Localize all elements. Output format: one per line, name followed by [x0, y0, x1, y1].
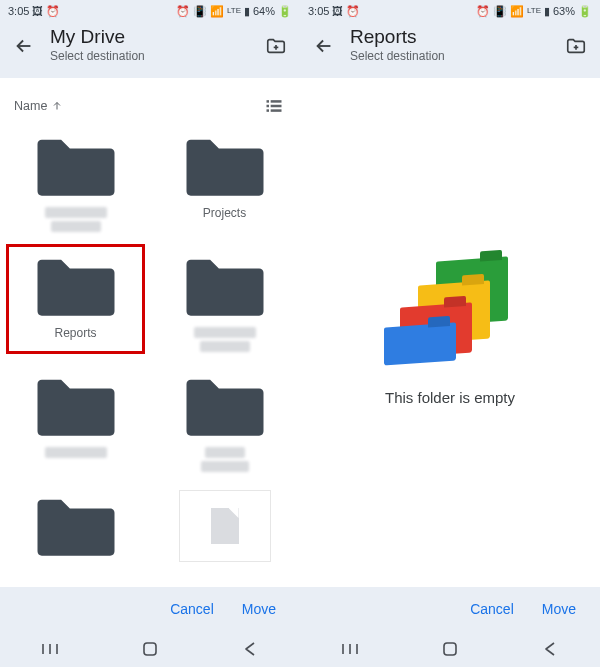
arrow-left-icon — [313, 35, 335, 57]
status-wifi-icon: 📶 — [210, 6, 224, 17]
svg-rect-2 — [267, 105, 270, 108]
status-vibrate-icon: 📳 — [493, 6, 507, 17]
status-lte-icon: LTE — [527, 7, 541, 15]
new-folder-icon — [565, 35, 587, 57]
arrow-left-icon — [13, 35, 35, 57]
item-label-blurred — [194, 327, 256, 338]
folder-item[interactable] — [12, 370, 139, 472]
system-nav-bar — [300, 631, 600, 667]
list-view-icon — [264, 96, 284, 116]
status-alarm-icon: ⏰ — [46, 6, 60, 17]
item-label-blurred — [205, 447, 245, 458]
home-icon — [142, 641, 158, 657]
item-label: Projects — [203, 206, 246, 221]
move-button[interactable]: Move — [542, 601, 576, 617]
status-signal-icon: ▮ — [544, 6, 550, 17]
status-time: 3:05 — [308, 5, 329, 17]
status-time: 3:05 — [8, 5, 29, 17]
cancel-button[interactable]: Cancel — [470, 601, 514, 617]
back-button[interactable] — [308, 28, 340, 64]
action-bar: Cancel Move — [300, 587, 600, 631]
sort-label: Name — [14, 99, 47, 113]
folder-grid: Projects Reports — [0, 126, 300, 587]
empty-state: This folder is empty — [300, 78, 600, 587]
svg-rect-4 — [267, 109, 270, 112]
arrow-up-icon — [51, 100, 63, 112]
nav-home-button[interactable] — [140, 639, 160, 659]
folder-icon — [31, 490, 121, 560]
status-alarm-icon: ⏰ — [346, 6, 360, 17]
svg-rect-5 — [271, 109, 282, 112]
folder-item-projects[interactable]: Projects — [161, 130, 288, 232]
status-bar: 3:05 🖼 ⏰ ⏰ 📳 📶 LTE ▮ 64% 🔋 — [0, 0, 300, 22]
status-lte-icon: LTE — [227, 7, 241, 15]
cancel-button[interactable]: Cancel — [170, 601, 214, 617]
item-label-blurred — [51, 221, 101, 232]
system-nav-bar — [0, 631, 300, 667]
nav-home-button[interactable] — [440, 639, 460, 659]
new-folder-button[interactable] — [260, 28, 292, 64]
app-bar: Reports Select destination — [300, 22, 600, 78]
folder-item[interactable] — [12, 130, 139, 232]
page-title: Reports — [350, 26, 550, 48]
folder-item-reports[interactable]: Reports — [12, 250, 139, 352]
svg-rect-13 — [444, 643, 456, 655]
move-button[interactable]: Move — [242, 601, 276, 617]
home-icon — [442, 641, 458, 657]
sort-button[interactable]: Name — [14, 99, 63, 113]
triangle-back-icon — [542, 641, 558, 657]
page-subtitle: Select destination — [50, 49, 250, 63]
folder-icon — [31, 370, 121, 440]
nav-back-button[interactable] — [240, 639, 260, 659]
right-pane: 3:05 🖼 ⏰ ⏰ 📳 📶 LTE ▮ 63% 🔋 Reports Selec… — [300, 0, 600, 667]
nav-recents-button[interactable] — [340, 639, 360, 659]
file-icon — [179, 490, 271, 562]
status-bar: 3:05 🖼 ⏰ ⏰ 📳 📶 LTE ▮ 63% 🔋 — [300, 0, 600, 22]
folder-item[interactable] — [161, 250, 288, 352]
toggle-view-button[interactable] — [262, 94, 286, 118]
status-alarm-icon: ⏰ — [176, 6, 190, 17]
item-label-blurred — [201, 461, 249, 472]
folder-icon — [31, 250, 121, 320]
item-label-blurred — [45, 207, 107, 218]
folder-icon — [180, 370, 270, 440]
item-label-blurred — [200, 341, 250, 352]
action-bar: Cancel Move — [0, 587, 300, 631]
empty-message: This folder is empty — [385, 389, 515, 406]
svg-rect-3 — [271, 105, 282, 108]
status-battery-icon: 🔋 — [278, 6, 292, 17]
folder-icon — [31, 130, 121, 200]
status-image-icon: 🖼 — [32, 6, 43, 17]
folder-item[interactable] — [161, 370, 288, 472]
new-folder-icon — [265, 35, 287, 57]
page-title: My Drive — [50, 26, 250, 48]
folder-icon — [180, 250, 270, 320]
nav-back-button[interactable] — [540, 639, 560, 659]
folder-item[interactable] — [12, 490, 139, 562]
new-folder-button[interactable] — [560, 28, 592, 64]
svg-rect-1 — [271, 100, 282, 103]
file-item[interactable] — [161, 490, 288, 562]
page-subtitle: Select destination — [350, 49, 550, 63]
nav-recents-button[interactable] — [40, 639, 60, 659]
status-alarm-icon: ⏰ — [476, 6, 490, 17]
folder-icon — [180, 130, 270, 200]
item-label-blurred — [45, 447, 107, 458]
sort-row: Name — [0, 78, 300, 126]
status-vibrate-icon: 📳 — [193, 6, 207, 17]
recents-icon — [41, 642, 59, 656]
app-bar: My Drive Select destination — [0, 22, 300, 78]
triangle-back-icon — [242, 641, 258, 657]
left-pane: 3:05 🖼 ⏰ ⏰ 📳 📶 LTE ▮ 64% 🔋 My Drive Sele… — [0, 0, 300, 667]
status-wifi-icon: 📶 — [510, 6, 524, 17]
item-label: Reports — [54, 326, 96, 341]
status-battery-icon: 🔋 — [578, 6, 592, 17]
svg-rect-0 — [267, 100, 270, 103]
recents-icon — [341, 642, 359, 656]
svg-rect-9 — [144, 643, 156, 655]
status-image-icon: 🖼 — [332, 6, 343, 17]
status-battery: 64% — [253, 5, 275, 17]
status-battery: 63% — [553, 5, 575, 17]
back-button[interactable] — [8, 28, 40, 64]
status-signal-icon: ▮ — [244, 6, 250, 17]
